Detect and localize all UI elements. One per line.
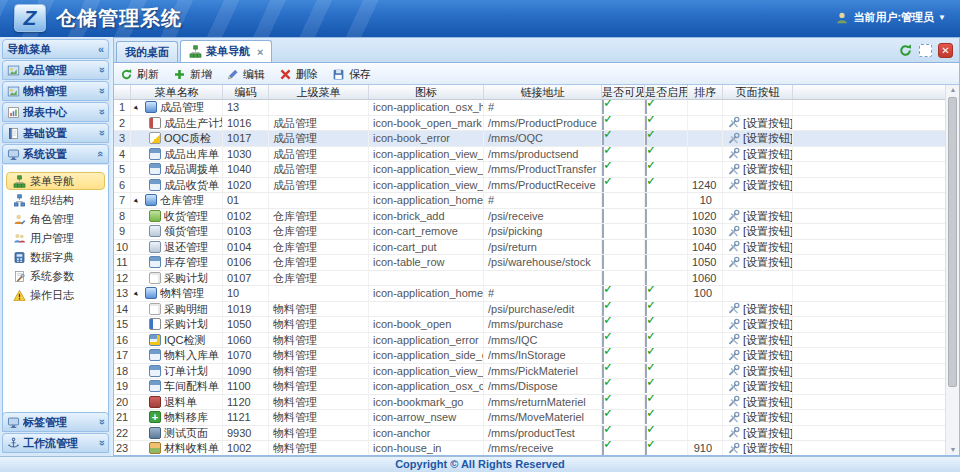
enabled-checkbox[interactable]	[645, 317, 647, 331]
enabled-checkbox[interactable]	[645, 348, 647, 362]
configure-buttons-link[interactable]: [设置按钮]	[723, 116, 793, 131]
column-header-编码[interactable]: 编码	[223, 85, 269, 99]
table-row[interactable]: 23材料收料单1002物料管理icon-house_in/mms/receive…	[114, 441, 945, 455]
table-row[interactable]: 2成品生产计划1016成品管理icon-book_open_mark/mms/P…	[114, 116, 945, 132]
configure-buttons-link[interactable]: [设置按钮]	[723, 147, 793, 162]
enabled-checkbox[interactable]	[645, 379, 647, 393]
新增-button[interactable]: 新增	[173, 67, 212, 82]
sidebar-item-菜单导航[interactable]: 菜单导航	[6, 172, 105, 190]
table-row[interactable]: 11库存管理0106仓库管理icon-table_row/psi/warehou…	[114, 255, 945, 271]
column-header-页面按钮[interactable]: 页面按钮	[723, 85, 793, 99]
table-row[interactable]: 6成品收货单1020成品管理icon-application_view_list…	[114, 178, 945, 194]
table-row[interactable]: 20退料单1120物料管理icon-bookmark_go/mms/return…	[114, 395, 945, 411]
visible-checkbox[interactable]	[602, 348, 604, 362]
column-header-图标[interactable]: 图标	[369, 85, 484, 99]
enabled-checkbox[interactable]	[645, 364, 647, 378]
table-row[interactable]: 7▾仓库管理01icon-application_home#10	[114, 193, 945, 209]
close-window-icon[interactable]: ✕	[938, 43, 953, 58]
table-row[interactable]: 22测试页面9930物料管理icon-anchor/mms/productTes…	[114, 426, 945, 442]
visible-checkbox[interactable]	[602, 131, 604, 145]
刷新-button[interactable]: 刷新	[120, 67, 159, 82]
enabled-checkbox[interactable]	[645, 441, 647, 455]
enabled-checkbox[interactable]	[645, 116, 647, 130]
visible-checkbox[interactable]	[602, 317, 604, 331]
enabled-checkbox[interactable]	[645, 224, 647, 238]
configure-buttons-link[interactable]: [设置按钮]	[723, 333, 793, 348]
scroll-down-icon[interactable]: ▼	[946, 445, 960, 455]
table-row[interactable]: 4成品出库单1030成品管理icon-application_view_tile…	[114, 147, 945, 163]
visible-checkbox[interactable]	[602, 100, 604, 114]
configure-buttons-link[interactable]: [设置按钮]	[723, 178, 793, 193]
sidebar-panel-标签管理[interactable]: 标签管理«	[2, 412, 109, 432]
visible-checkbox[interactable]	[602, 162, 604, 176]
enabled-checkbox[interactable]	[645, 178, 647, 192]
enabled-checkbox[interactable]	[645, 147, 647, 161]
visible-checkbox[interactable]	[602, 209, 604, 223]
visible-checkbox[interactable]	[602, 286, 604, 300]
sidebar-panel-物料管理[interactable]: 物料管理«	[2, 81, 109, 101]
visible-checkbox[interactable]	[602, 178, 604, 192]
visible-checkbox[interactable]	[602, 333, 604, 347]
configure-buttons-link[interactable]: [设置按钮]	[723, 255, 793, 270]
restore-window-icon[interactable]	[919, 44, 932, 57]
configure-buttons-link[interactable]: [设置按钮]	[723, 162, 793, 177]
table-row[interactable]: 19车间配料单1100物料管理icon-application_osx_casc…	[114, 379, 945, 395]
table-row[interactable]: 17物料入库单1070物料管理icon-application_side_exp…	[114, 348, 945, 364]
configure-buttons-link[interactable]: [设置按钮]	[723, 379, 793, 394]
visible-checkbox[interactable]	[602, 271, 604, 285]
visible-checkbox[interactable]	[602, 240, 604, 254]
scroll-up-icon[interactable]: ▲	[946, 85, 960, 95]
enabled-checkbox[interactable]	[645, 395, 647, 409]
configure-buttons-link[interactable]: [设置按钮]	[723, 364, 793, 379]
current-user-menu[interactable]: 当前用户:管理员 ▼	[835, 10, 946, 25]
visible-checkbox[interactable]	[602, 441, 604, 455]
visible-checkbox[interactable]	[602, 255, 604, 269]
visible-checkbox[interactable]	[602, 116, 604, 130]
删除-button[interactable]: 删除	[279, 67, 318, 82]
sidebar-item-组织结构[interactable]: 组织结构	[6, 191, 105, 209]
table-row[interactable]: 8收货管理0102仓库管理icon-brick_add/psi/receive1…	[114, 209, 945, 225]
visible-checkbox[interactable]	[602, 193, 604, 207]
configure-buttons-link[interactable]: [设置按钮]	[723, 348, 793, 363]
visible-checkbox[interactable]	[602, 410, 604, 424]
enabled-checkbox[interactable]	[645, 286, 647, 300]
保存-button[interactable]: 保存	[332, 67, 371, 82]
sidebar-panel-系统设置[interactable]: 系统设置«	[2, 144, 109, 164]
table-row[interactable]: 12采购计划0107仓库管理1060	[114, 271, 945, 287]
enabled-checkbox[interactable]	[645, 240, 647, 254]
table-row[interactable]: 18订单计划1090物料管理icon-application_view_deta…	[114, 364, 945, 380]
column-header-是否启用[interactable]: 是否启用	[645, 85, 688, 99]
table-row[interactable]: 3OQC质检1017成品管理icon-book_error/mms/OQC[设置…	[114, 131, 945, 147]
tree-expander-icon[interactable]: ▾	[131, 286, 146, 301]
enabled-checkbox[interactable]	[645, 426, 647, 440]
table-row[interactable]: 16IQC检测1060物料管理icon-application_error/mm…	[114, 333, 945, 349]
sidebar-panel-基础设置[interactable]: 基础设置«	[2, 123, 109, 143]
enabled-checkbox[interactable]	[645, 209, 647, 223]
tree-expander-icon[interactable]: ▾	[131, 100, 146, 115]
configure-buttons-link[interactable]: [设置按钮]	[723, 395, 793, 410]
vertical-scrollbar[interactable]: ▲ ▼	[945, 85, 959, 455]
table-row[interactable]: 1▾成品管理13icon-application_osx_home#	[114, 100, 945, 116]
column-header-菜单名称[interactable]: 菜单名称	[131, 85, 223, 99]
column-header-上级菜单[interactable]: 上级菜单	[269, 85, 369, 99]
configure-buttons-link[interactable]: [设置按钮]	[723, 209, 793, 224]
column-header-排序[interactable]: 排序	[688, 85, 723, 99]
visible-checkbox[interactable]	[602, 302, 604, 316]
sidebar-panel-报表中心[interactable]: 报表中心«	[2, 102, 109, 122]
sidebar-panel-工作流管理[interactable]: 工作流管理«	[2, 433, 109, 453]
tab-菜单导航[interactable]: 菜单导航×	[180, 40, 272, 62]
configure-buttons-link[interactable]: [设置按钮]	[723, 410, 793, 425]
scrollbar-thumb[interactable]	[948, 97, 957, 387]
collapse-sidebar-icon[interactable]: «	[98, 43, 104, 55]
enabled-checkbox[interactable]	[645, 100, 647, 114]
enabled-checkbox[interactable]	[645, 131, 647, 145]
sidebar-item-角色管理[interactable]: 角色管理	[6, 210, 105, 228]
enabled-checkbox[interactable]	[645, 255, 647, 269]
table-row[interactable]: 10退还管理0104仓库管理icon-cart_put/psi/return10…	[114, 240, 945, 256]
enabled-checkbox[interactable]	[645, 271, 647, 285]
enabled-checkbox[interactable]	[645, 410, 647, 424]
visible-checkbox[interactable]	[602, 147, 604, 161]
configure-buttons-link[interactable]: [设置按钮]	[723, 240, 793, 255]
configure-buttons-link[interactable]: [设置按钮]	[723, 224, 793, 239]
column-header-是否可见[interactable]: 是否可见	[602, 85, 645, 99]
